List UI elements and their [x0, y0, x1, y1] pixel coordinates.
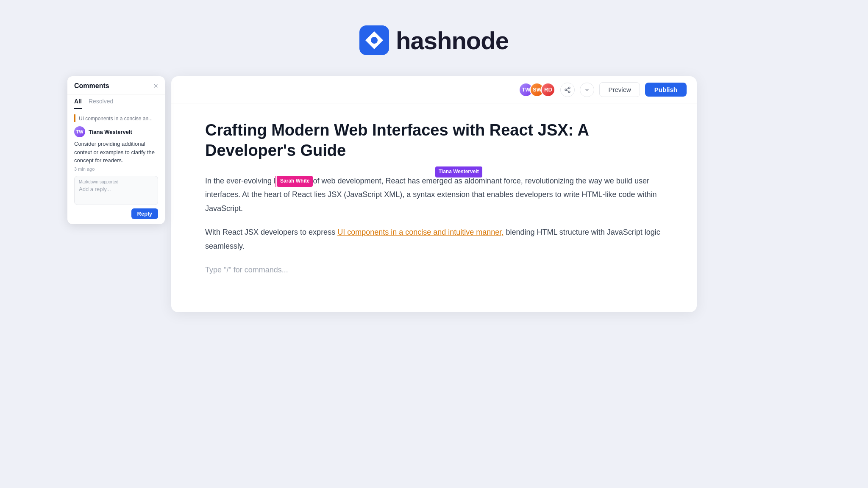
avatars-group: TW SW RD: [519, 83, 555, 97]
comments-title: Comments: [74, 82, 109, 90]
para1-text1: In the ever-evolving l: [205, 177, 275, 185]
tab-all[interactable]: All: [74, 98, 82, 109]
chevron-down-button[interactable]: [580, 83, 594, 97]
svg-line-5: [567, 90, 569, 92]
tab-resolved[interactable]: Resolved: [89, 98, 113, 109]
comment-author-name: Tiana Westervelt: [89, 129, 132, 135]
comments-panel: Comments × All Resolved UI components in…: [67, 76, 165, 224]
svg-point-1: [371, 37, 378, 44]
publish-button[interactable]: Publish: [645, 83, 687, 97]
article-body: In the ever-evolving lSarah Whiteof web …: [205, 174, 663, 277]
reply-box: Markdown supported Add a reply...: [74, 176, 158, 205]
comments-tabs: All Resolved: [67, 94, 165, 109]
comment-thread: UI components in a concise an... TW Tian…: [67, 109, 165, 224]
top-area: hashnode: [0, 0, 868, 76]
article-title: Crafting Modern Web Interfaces with Reac…: [205, 120, 663, 161]
toolbar: TW SW RD Preview Publish: [171, 76, 697, 103]
cursor-label-sarah: Sarah White: [277, 176, 313, 187]
reply-btn-row: Reply: [74, 208, 158, 219]
cursor-tiana-wrap: Tiana Westerveltl: [469, 177, 470, 185]
editor-wrapper: Comments × All Resolved UI components in…: [171, 76, 697, 312]
para2-text1: With React JSX developers to express: [205, 228, 337, 236]
reply-input[interactable]: Add a reply...: [79, 186, 153, 201]
editor-content[interactable]: Crafting Modern Web Interfaces with Reac…: [171, 103, 697, 312]
comment-highlight-bar: UI components in a concise an...: [74, 114, 158, 122]
markdown-label: Markdown supported: [79, 180, 153, 184]
paragraph-1: In the ever-evolving lSarah Whiteof web …: [205, 174, 663, 215]
logo-text: hashnode: [396, 26, 509, 55]
cursor-label-tiana: Tiana Westervelt: [435, 166, 482, 177]
share-icon: [564, 86, 571, 93]
svg-point-2: [568, 87, 570, 89]
preview-button[interactable]: Preview: [599, 82, 640, 97]
comment-author-row: TW Tiana Westervelt: [74, 126, 158, 137]
svg-line-6: [567, 88, 569, 89]
svg-point-4: [568, 91, 570, 92]
close-icon[interactable]: ×: [153, 82, 158, 90]
paragraph-2: With React JSX developers to express UI …: [205, 225, 663, 253]
comment-avatar: TW: [74, 126, 85, 137]
para2-link: UI components in a concise and intuitive…: [337, 228, 504, 236]
comment-highlight-text: UI components in a concise an...: [79, 116, 153, 122]
chevron-down-icon: [584, 87, 590, 93]
reply-button[interactable]: Reply: [131, 208, 158, 219]
editor-placeholder[interactable]: Type "/" for commands...: [205, 263, 663, 277]
share-button[interactable]: [560, 83, 575, 97]
comments-header: Comments ×: [67, 76, 165, 94]
comment-text: Consider providing additional context or…: [74, 140, 158, 165]
para1-text2: of web development, React has emerged as…: [313, 177, 468, 185]
svg-point-3: [565, 89, 567, 91]
hashnode-logo-icon: [359, 25, 389, 55]
logo-container: hashnode: [359, 25, 509, 55]
avatar-user3: RD: [541, 83, 555, 97]
comment-time: 3 min ago: [74, 166, 158, 172]
